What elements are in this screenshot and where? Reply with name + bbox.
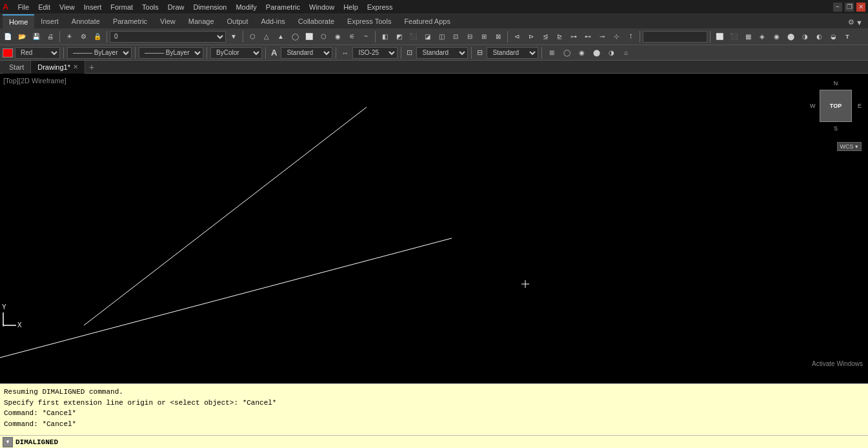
tool13[interactable]: ◪ bbox=[421, 30, 434, 43]
tab-drawing1[interactable]: Drawing1* ✕ bbox=[31, 61, 85, 74]
save-btn[interactable]: 💾 bbox=[30, 30, 43, 43]
view-btn3[interactable]: ▦ bbox=[742, 30, 754, 43]
tab-drawing1-close[interactable]: ✕ bbox=[73, 63, 78, 70]
tool2[interactable]: △ bbox=[260, 30, 273, 43]
transparency-select[interactable]: ByColor bbox=[210, 47, 262, 59]
menu-view[interactable]: View bbox=[56, 2, 79, 12]
view-btn4[interactable]: ◈ bbox=[756, 30, 769, 43]
prop-btn1[interactable]: ⊞ bbox=[545, 46, 558, 59]
view-btn2[interactable]: ⬛ bbox=[727, 30, 740, 43]
search-input[interactable] bbox=[643, 31, 707, 43]
tab-output[interactable]: Output bbox=[221, 14, 255, 28]
tool5[interactable]: ⬜ bbox=[303, 30, 316, 43]
tool27[interactable]: ⊺ bbox=[624, 30, 637, 43]
command-mode-button[interactable]: ▼ bbox=[3, 437, 13, 447]
workspace-button[interactable]: ⚙▼ bbox=[843, 16, 868, 28]
tool18[interactable]: ⊠ bbox=[492, 30, 505, 43]
tab-parametric[interactable]: Parametric bbox=[106, 14, 154, 28]
tool10[interactable]: ◧ bbox=[378, 30, 391, 43]
menu-dimension[interactable]: Dimension bbox=[189, 2, 230, 12]
view-btn9[interactable]: ◒ bbox=[827, 30, 840, 43]
view-btn5[interactable]: ◉ bbox=[770, 30, 783, 43]
linetype-select[interactable]: ——— ByLayer bbox=[67, 47, 132, 59]
tool12[interactable]: ⬛ bbox=[407, 30, 419, 43]
lineweight-select[interactable]: ——— ByLayer bbox=[139, 47, 203, 59]
menu-parametric[interactable]: Parametric bbox=[262, 2, 304, 12]
tool9[interactable]: ~ bbox=[359, 30, 372, 43]
prop-btn4[interactable]: ⬤ bbox=[590, 46, 603, 59]
tool7[interactable]: ◉ bbox=[331, 30, 344, 43]
menu-file[interactable]: File bbox=[14, 2, 33, 12]
viewcube[interactable]: N S E W TOP WCS ▾ bbox=[810, 80, 862, 151]
tool16[interactable]: ⊟ bbox=[463, 30, 476, 43]
tool21[interactable]: ⊴ bbox=[539, 30, 552, 43]
menu-edit[interactable]: Edit bbox=[34, 2, 54, 12]
tool23[interactable]: ⊶ bbox=[567, 30, 580, 43]
view-btn6[interactable]: ⬤ bbox=[784, 30, 797, 43]
wcs-label[interactable]: WCS ▾ bbox=[837, 142, 862, 151]
tool1[interactable]: ⬡ bbox=[246, 30, 259, 43]
dim-style-select[interactable]: Standard bbox=[416, 47, 468, 59]
tab-insert[interactable]: Insert bbox=[34, 14, 65, 28]
tab-addins[interactable]: Add-ins bbox=[255, 14, 292, 28]
menu-insert[interactable]: Insert bbox=[80, 2, 106, 12]
tool8[interactable]: ⚟ bbox=[345, 30, 358, 43]
prop-btn5[interactable]: ◑ bbox=[605, 46, 618, 59]
close-button[interactable]: ✕ bbox=[856, 3, 865, 12]
menu-modify[interactable]: Modify bbox=[232, 2, 260, 12]
tool26[interactable]: ⊹ bbox=[610, 30, 623, 43]
open-btn[interactable]: 📂 bbox=[15, 30, 28, 43]
tool17[interactable]: ⊞ bbox=[478, 30, 490, 43]
color-select[interactable]: Red bbox=[15, 47, 60, 59]
tool11[interactable]: ◩ bbox=[392, 30, 405, 43]
view-btn8[interactable]: ◐ bbox=[812, 30, 825, 43]
settings-btn[interactable]: ⚙ bbox=[77, 30, 90, 43]
tool24[interactable]: ⊷ bbox=[581, 30, 594, 43]
tool3[interactable]: ▲ bbox=[274, 30, 287, 43]
tool14[interactable]: ◫ bbox=[435, 30, 448, 43]
tab-express-tools[interactable]: Express Tools bbox=[341, 14, 398, 28]
lock-btn[interactable]: 🔒 bbox=[91, 30, 104, 43]
layer-select[interactable]: 0 bbox=[110, 31, 226, 43]
text-btn[interactable]: T bbox=[841, 30, 854, 43]
menu-help[interactable]: Help bbox=[339, 2, 362, 12]
tool15[interactable]: ⊡ bbox=[449, 30, 462, 43]
menu-window[interactable]: Window bbox=[305, 2, 338, 12]
drawing-area[interactable]: [Top][2D Wireframe] X Y N S E W TOP bbox=[0, 74, 868, 383]
tool25[interactable]: ⊸ bbox=[596, 30, 609, 43]
menu-draw[interactable]: Draw bbox=[164, 2, 188, 12]
new-btn[interactable]: 📄 bbox=[1, 30, 14, 43]
prop-btn3[interactable]: ◉ bbox=[575, 46, 588, 59]
tab-start[interactable]: Start bbox=[3, 61, 31, 74]
view-btn7[interactable]: ◑ bbox=[798, 30, 811, 43]
tab-view[interactable]: View bbox=[154, 14, 182, 28]
table-style-select[interactable]: Standard bbox=[487, 47, 538, 59]
tool6[interactable]: ⬡ bbox=[317, 30, 330, 43]
tool22[interactable]: ⊵ bbox=[553, 30, 566, 43]
minimize-button[interactable]: − bbox=[833, 3, 842, 12]
tab-collaborate[interactable]: Collaborate bbox=[292, 14, 341, 28]
tab-annotate[interactable]: Annotate bbox=[65, 14, 106, 28]
dim-scale-select[interactable]: ISO-25 bbox=[352, 47, 398, 59]
tab-manage[interactable]: Manage bbox=[182, 14, 221, 28]
tool19[interactable]: ⊲ bbox=[510, 30, 523, 43]
tab-add-button[interactable]: + bbox=[85, 61, 98, 74]
restore-button[interactable]: ❐ bbox=[845, 3, 854, 12]
tool4[interactable]: ◯ bbox=[288, 30, 301, 43]
tool20[interactable]: ⊳ bbox=[525, 30, 538, 43]
print-btn[interactable]: 🖨 bbox=[44, 30, 57, 43]
view-btn1[interactable]: ⬜ bbox=[713, 30, 726, 43]
viewcube-cube[interactable]: TOP bbox=[820, 90, 852, 122]
tab-home[interactable]: Home bbox=[3, 14, 34, 28]
tab-featured-apps[interactable]: Featured Apps bbox=[398, 14, 457, 28]
menu-express[interactable]: Express bbox=[363, 2, 397, 12]
prop-btn6[interactable]: ⌂ bbox=[620, 46, 632, 59]
menu-tools[interactable]: Tools bbox=[138, 2, 163, 12]
menu-format[interactable]: Format bbox=[106, 2, 137, 12]
text-style-select[interactable]: Standard bbox=[281, 47, 332, 59]
command-input-label[interactable]: DIMALIGNED bbox=[15, 438, 58, 446]
sun-btn[interactable]: ☀ bbox=[63, 30, 76, 43]
layer-dropdown-btn[interactable]: ▼ bbox=[227, 30, 240, 43]
prop-btn2[interactable]: ◯ bbox=[560, 46, 573, 59]
color-swatch[interactable] bbox=[3, 48, 13, 57]
